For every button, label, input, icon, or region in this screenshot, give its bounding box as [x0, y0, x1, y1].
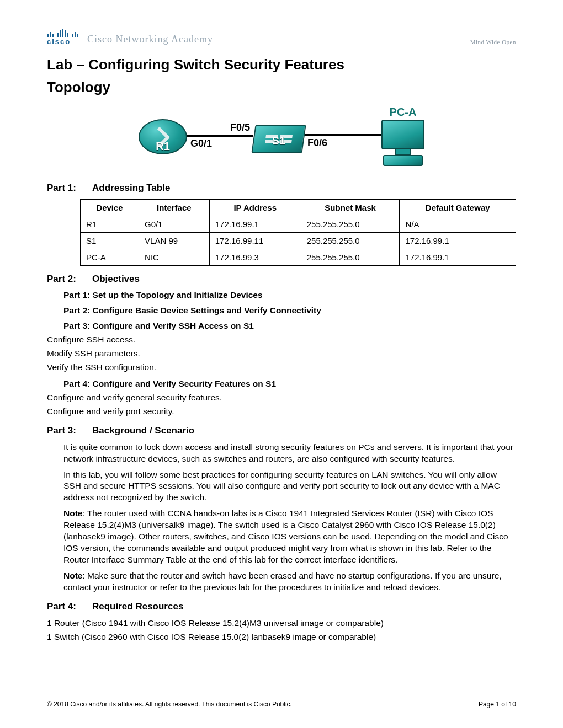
- router-icon: R1: [139, 119, 187, 153]
- academy-text: Cisco Networking Academy: [84, 34, 213, 46]
- cisco-logo: cisco: [47, 29, 78, 46]
- th-mask: Subnet Mask: [301, 200, 400, 216]
- resource-item: 1 Switch (Cisco 2960 with Cisco IOS Rele…: [47, 631, 516, 643]
- link-r1-s1: F0/5 G0/1: [187, 122, 253, 151]
- document-title: Lab – Configuring Switch Security Featur…: [47, 55, 516, 74]
- part2-title: Objectives: [92, 274, 140, 285]
- topology-diagram: R1 F0/5 G0/1 S1 F0/6 PC-A: [47, 106, 516, 166]
- th-ip: IP Address: [209, 200, 301, 216]
- tagline-text: Mind Wide Open: [470, 39, 516, 46]
- part1-title: Addressing Table: [92, 183, 170, 194]
- part2-heading: Part 2: Objectives: [47, 274, 516, 285]
- pc-icon: PC-A: [381, 106, 424, 166]
- document-page: cisco Cisco Networking Academy Mind Wide…: [0, 0, 563, 662]
- objective-p3: Part 3: Configure and Verify SSH Access …: [63, 321, 516, 331]
- note-label: Note: [63, 508, 82, 518]
- objective-p3-item: Configure SSH access.: [47, 334, 516, 346]
- pc-label: PC-A: [390, 106, 417, 119]
- brand-text: cisco: [47, 38, 78, 46]
- objective-p4-item: Configure and verify general security fe…: [47, 392, 516, 404]
- page-header-banner: cisco Cisco Networking Academy Mind Wide…: [47, 28, 516, 47]
- th-device: Device: [81, 200, 139, 216]
- table-row: S1 VLAN 99 172.16.99.11 255.255.255.0 17…: [81, 233, 516, 249]
- part4-heading: Part 4: Required Resources: [47, 601, 516, 612]
- table-row: R1 G0/1 172.16.99.1 255.255.255.0 N/A: [81, 216, 516, 233]
- objective-p3-item: Verify the SSH configuration.: [47, 362, 516, 373]
- objective-p2: Part 2: Configure Basic Device Settings …: [63, 306, 516, 315]
- objective-p4: Part 4: Configure and Verify Security Fe…: [63, 379, 516, 389]
- table-row: PC-A NIC 172.16.99.3 255.255.255.0 172.1…: [81, 249, 516, 266]
- resource-item: 1 Router (Cisco 1941 with Cisco IOS Rele…: [47, 618, 516, 629]
- part1-label: Part 1:: [47, 183, 92, 194]
- objective-p3-item: Modify SSH parameters.: [47, 348, 516, 360]
- part3-title: Background / Scenario: [92, 425, 194, 436]
- part3-heading: Part 3: Background / Scenario: [47, 425, 516, 436]
- note-text: : Make sure that the router and switch h…: [63, 571, 502, 592]
- objective-p4-item: Configure and verify port security.: [47, 406, 516, 417]
- footer-copyright: © 2018 Cisco and/or its affiliates. All …: [47, 700, 292, 708]
- port-label-f05: F0/5: [230, 122, 250, 133]
- footer-page: Page 1 of 10: [479, 700, 516, 708]
- switch-icon: S1: [253, 125, 304, 147]
- background-para1: It is quite common to lock down access a…: [63, 442, 516, 465]
- port-label-g01: G0/1: [190, 138, 212, 149]
- part1-heading: Part 1: Addressing Table: [47, 183, 516, 194]
- part3-label: Part 3:: [47, 425, 92, 436]
- topology-heading: Topology: [47, 79, 516, 96]
- addressing-table: Device Interface IP Address Subnet Mask …: [80, 199, 516, 266]
- th-interface: Interface: [139, 200, 210, 216]
- note-label: Note: [63, 571, 82, 580]
- part4-label: Part 4:: [47, 601, 92, 612]
- note-text: : The router used with CCNA hands-on lab…: [63, 508, 508, 564]
- background-note1: Note: The router used with CCNA hands-on…: [63, 508, 516, 566]
- part2-label: Part 2:: [47, 274, 92, 285]
- link-s1-pca: F0/6: [304, 122, 381, 150]
- router-label: R1: [156, 140, 170, 153]
- table-header-row: Device Interface IP Address Subnet Mask …: [81, 200, 516, 216]
- port-label-f06: F0/6: [307, 137, 327, 149]
- th-gateway: Default Gateway: [400, 200, 516, 216]
- objective-p1: Part 1: Set up the Topology and Initiali…: [63, 290, 516, 300]
- part4-title: Required Resources: [92, 601, 183, 612]
- page-footer: © 2018 Cisco and/or its affiliates. All …: [47, 700, 516, 708]
- switch-label: S1: [272, 135, 285, 147]
- background-note2: Note: Make sure that the router and swit…: [63, 570, 516, 593]
- background-para2: In this lab, you will follow some best p…: [63, 469, 516, 504]
